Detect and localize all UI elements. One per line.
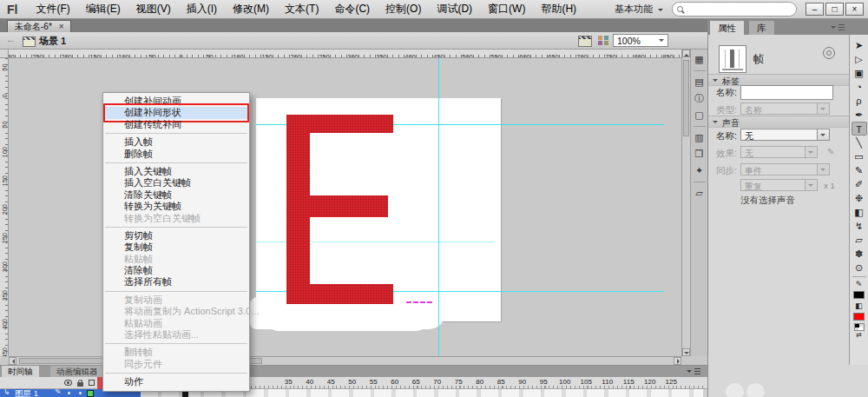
context-menu-item[interactable]: 删除帧 bbox=[103, 149, 249, 160]
context-menu-item[interactable]: 插入关键帧 bbox=[103, 166, 249, 177]
text-tool-icon[interactable]: T bbox=[852, 122, 867, 136]
zoom-level-select[interactable]: 100% bbox=[613, 34, 668, 47]
menubar-item[interactable]: 文本(T) bbox=[277, 0, 326, 18]
default-colors-icon[interactable] bbox=[854, 323, 865, 331]
line-tool-icon[interactable]: ╲ bbox=[852, 136, 867, 149]
edit-symbol-icon[interactable] bbox=[598, 36, 608, 45]
tab-properties[interactable]: 属性 bbox=[710, 21, 744, 35]
eraser-tool-icon[interactable]: ▱ bbox=[852, 233, 867, 247]
dock-separator[interactable] bbox=[694, 70, 706, 71]
context-menu-item[interactable]: 插入帧 bbox=[103, 136, 249, 148]
scene-panel-icon[interactable]: ▤ bbox=[693, 76, 707, 89]
context-menu-item[interactable]: 创建补间动画 bbox=[103, 96, 249, 107]
label-name-input[interactable] bbox=[740, 85, 833, 100]
scroll-down-icon[interactable] bbox=[682, 348, 690, 356]
history-panel-icon[interactable]: ▥ bbox=[693, 131, 707, 144]
context-menu-item[interactable]: 剪切帧 bbox=[103, 230, 249, 242]
zoom-tool-icon[interactable]: ⊙ bbox=[852, 261, 867, 275]
context-menu-item[interactable]: 创建传统补间 bbox=[103, 119, 249, 130]
context-menu-item[interactable] bbox=[105, 162, 247, 163]
context-menu-item[interactable]: 粘贴帧 bbox=[103, 254, 249, 265]
hand-tool-icon[interactable]: ✽ bbox=[852, 247, 867, 261]
align-panel-icon[interactable]: ▦ bbox=[693, 53, 707, 66]
layer-outline-color-chip[interactable] bbox=[87, 390, 94, 397]
menubar-item[interactable]: 调试(D) bbox=[429, 0, 480, 18]
context-menu-item[interactable]: 翻转帧 bbox=[103, 347, 249, 358]
rectangle-tool-icon[interactable]: ▭ bbox=[852, 149, 867, 163]
outline-icon[interactable] bbox=[89, 380, 95, 386]
scroll-left-icon[interactable] bbox=[9, 357, 16, 365]
menubar-item[interactable]: 帮助(H) bbox=[533, 0, 584, 18]
dock-separator[interactable] bbox=[694, 182, 706, 182]
layer-name[interactable]: 图层 1 bbox=[15, 389, 38, 397]
lock-icon[interactable] bbox=[77, 382, 83, 387]
dock-separator[interactable] bbox=[694, 126, 706, 127]
context-menu-item[interactable]: 粘贴动画 bbox=[103, 318, 249, 329]
letter-e-shape[interactable] bbox=[286, 284, 393, 304]
context-menu-item[interactable]: 转换为关键帧 bbox=[103, 201, 249, 212]
panel-menu-icon[interactable] bbox=[834, 24, 845, 30]
menubar-item[interactable]: 插入(I) bbox=[179, 0, 225, 18]
search-input[interactable] bbox=[687, 3, 777, 16]
document-tab[interactable]: 未命名-6* × bbox=[7, 20, 71, 32]
tool-separator[interactable] bbox=[852, 276, 866, 277]
close-button[interactable]: × bbox=[845, 3, 864, 16]
section-header-sound[interactable]: 声音 bbox=[708, 116, 850, 128]
tab-timeline[interactable]: 时间轴 bbox=[2, 366, 39, 377]
selection-tool-icon[interactable]: ➤ bbox=[852, 38, 867, 52]
context-menu-item[interactable]: 将动画复制为 ActionScript 3.0... bbox=[103, 306, 249, 317]
menubar-item[interactable]: 视图(V) bbox=[128, 0, 179, 18]
context-menu-item[interactable]: 清除帧 bbox=[103, 265, 249, 276]
context-menu-item[interactable]: 复制帧 bbox=[103, 242, 249, 253]
pen-tool-icon[interactable]: ✒ bbox=[852, 108, 867, 122]
close-tab-icon[interactable]: × bbox=[59, 23, 64, 31]
search-box[interactable] bbox=[672, 2, 797, 17]
context-menu-item[interactable]: 插入空白关键帧 bbox=[103, 177, 249, 189]
layer-visibility-dot[interactable] bbox=[68, 392, 70, 394]
menubar-item[interactable]: 命令(C) bbox=[326, 0, 378, 18]
scroll-right-icon[interactable] bbox=[674, 357, 681, 365]
scene-breadcrumb[interactable]: 场景 1 bbox=[39, 35, 66, 48]
panel-menu-icon[interactable] bbox=[690, 368, 700, 374]
layer-lock-dot[interactable] bbox=[79, 392, 82, 394]
paint-bucket-tool-icon[interactable]: ◧ bbox=[852, 205, 867, 219]
context-menu-item[interactable] bbox=[105, 343, 247, 344]
scroll-up-icon[interactable] bbox=[682, 50, 690, 57]
back-icon[interactable]: ← bbox=[6, 34, 16, 44]
edit-scene-icon[interactable] bbox=[578, 36, 592, 47]
letter-e-shape[interactable] bbox=[286, 115, 393, 133]
workspace-switcher[interactable]: 基本功能 bbox=[615, 3, 663, 16]
transform-panel-icon[interactable]: ▢ bbox=[693, 109, 707, 122]
context-menu-item[interactable]: 同步元件 bbox=[103, 359, 249, 370]
context-menu-item[interactable]: 转换为空白关键帧 bbox=[103, 213, 249, 224]
menubar-item[interactable]: 窗口(W) bbox=[480, 0, 533, 18]
menubar-item[interactable]: 控制(O) bbox=[378, 0, 429, 18]
letter-e-shape[interactable] bbox=[286, 195, 388, 217]
context-menu-item[interactable]: 清除关键帧 bbox=[103, 189, 249, 201]
section-header-label[interactable]: 标签 bbox=[708, 74, 850, 86]
context-menu-item[interactable] bbox=[105, 373, 247, 374]
eyedropper-tool-icon[interactable]: ↯ bbox=[852, 219, 867, 233]
context-menu-item[interactable]: 选择所有帧 bbox=[103, 276, 249, 288]
vertical-scroll-thumb[interactable] bbox=[683, 60, 689, 136]
context-menu-item[interactable]: 复制动画 bbox=[103, 294, 249, 306]
components-panel-icon[interactable]: ❒ bbox=[693, 148, 707, 161]
stroke-color-swatch[interactable] bbox=[853, 291, 865, 299]
context-menu-item[interactable] bbox=[105, 291, 247, 292]
vertical-scrollbar[interactable] bbox=[681, 50, 690, 356]
minimize-button[interactable]: – bbox=[806, 3, 824, 16]
subselection-tool-icon[interactable]: ▷ bbox=[852, 52, 867, 66]
frame-options-icon[interactable] bbox=[823, 47, 835, 59]
context-menu-item[interactable] bbox=[105, 227, 247, 228]
vertical-guide[interactable] bbox=[438, 58, 439, 356]
sound-name-dropdown[interactable]: 无 bbox=[740, 129, 830, 141]
menubar-item[interactable]: 文件(F) bbox=[28, 0, 77, 18]
3d-rotation-tool-icon[interactable]: ◔ bbox=[852, 80, 867, 94]
tab-motion-editor[interactable]: 动画编辑器 bbox=[50, 366, 104, 377]
project-panel-icon[interactable]: ▱ bbox=[693, 187, 707, 200]
brush-tool-icon[interactable]: ✐ bbox=[852, 177, 867, 191]
fill-color-swatch[interactable] bbox=[853, 313, 865, 321]
deco-tool-icon[interactable]: ❉ bbox=[852, 191, 867, 205]
tab-library[interactable]: 库 bbox=[749, 21, 774, 35]
motion-presets-panel-icon[interactable]: ✦ bbox=[693, 164, 707, 177]
